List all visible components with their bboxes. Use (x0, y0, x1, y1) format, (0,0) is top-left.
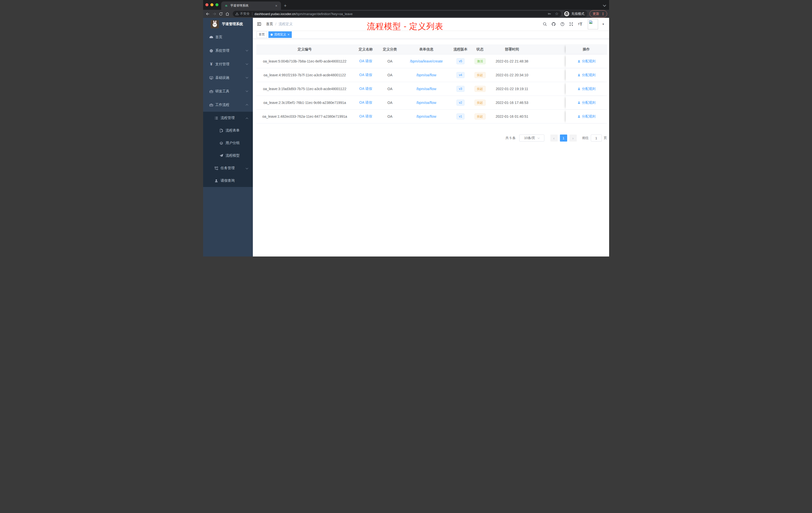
tag-close-icon[interactable]: × (288, 33, 290, 36)
sidebar-item-system[interactable]: 系统管理 (203, 44, 253, 58)
favicon-plant-icon (225, 3, 228, 8)
sidebar-item-home[interactable]: 首页 (203, 30, 253, 44)
col-header-status: 状态 (470, 44, 490, 54)
cell-form-info: /bpm/oa/leave/create (402, 55, 451, 68)
form-info-link[interactable]: /bpm/oa/leave/create (410, 59, 443, 63)
cell-category: OA (378, 82, 402, 96)
security-label[interactable]: 不安全 (240, 11, 250, 16)
cell-category: OA (378, 110, 402, 123)
annotation-title: 流程模型 - 定义列表 (367, 21, 443, 32)
font-size-icon[interactable]: TT (578, 22, 582, 27)
sidebar-item-label: 基础设施 (215, 76, 230, 80)
paper-plane-icon (219, 153, 224, 158)
sidebar-menu: 首页 系统管理 ¥ 支付管理 基础设施 (203, 30, 253, 187)
sidebar-logo[interactable]: 芋道管理系统 (203, 18, 253, 30)
sidebar-item-infra[interactable]: 基础设施 (203, 71, 253, 85)
cell-form-info: /bpm/oa/flow (402, 96, 451, 110)
tag-label: 流程定义 (274, 32, 286, 37)
cell-definition-name: OA 请假 (353, 55, 378, 68)
prev-page-button[interactable]: ‹ (550, 134, 558, 142)
goto-label: 前往 (582, 136, 589, 140)
sidebar-item-task-mgmt[interactable]: 任务管理 (203, 162, 253, 175)
cell-form-info: /bpm/oa/flow (402, 110, 451, 123)
address-bar[interactable]: 不安全 dashboard.yudao.iocoder.cn/bpm/manag… (233, 11, 561, 17)
cell-form-info: /bpm/oa/flow (402, 82, 451, 96)
incognito-label: 无痕模式 (572, 11, 584, 16)
zoom-window-button[interactable] (215, 3, 219, 6)
chevron-down-icon (245, 49, 248, 52)
cell-version: v4 (451, 68, 470, 82)
back-icon[interactable] (205, 10, 211, 17)
close-window-button[interactable] (205, 3, 208, 6)
page-number-button[interactable]: 1 (560, 134, 567, 142)
definition-name-link[interactable]: OA 请假 (359, 100, 372, 105)
new-tab-button[interactable]: + (284, 3, 287, 8)
update-label[interactable]: 更新 (593, 11, 599, 16)
app-title: 芋道管理系统 (222, 22, 243, 26)
forward-icon[interactable] (211, 10, 218, 17)
cell-status: 挂起 (470, 96, 490, 110)
minimize-window-button[interactable] (210, 3, 213, 6)
help-icon[interactable] (560, 22, 565, 27)
sidebar-item-leave-query[interactable]: 请假查询 (203, 175, 253, 187)
assign-rule-button[interactable]: 分配规则 (577, 114, 596, 119)
table-header-row: 定义编号 定义名称 定义分类 表单信息 流程版本 状态 部署时间 操作 (256, 44, 607, 55)
cell-category: OA (378, 96, 402, 110)
definition-name-link[interactable]: OA 请假 (359, 73, 372, 77)
col-header-id: 定义编号 (256, 44, 353, 54)
sidebar-fold-icon[interactable] (257, 22, 262, 27)
home-icon[interactable] (224, 10, 231, 17)
sidebar-item-workflow[interactable]: 工作流程 (203, 98, 253, 112)
security-warning-icon[interactable] (235, 12, 240, 16)
chevron-down-icon (245, 62, 248, 65)
sidebar-item-process-model[interactable]: 流程模型 (203, 149, 253, 162)
browser-menu-kebab-icon[interactable]: ⋮ (601, 12, 605, 16)
sidebar-item-label: 任务管理 (221, 166, 235, 171)
cell-category: OA (378, 55, 402, 68)
assign-rule-button[interactable]: 分配规则 (577, 59, 596, 63)
breadcrumb-home[interactable]: 首页 (266, 22, 273, 26)
password-key-icon[interactable] (547, 12, 551, 16)
col-header-version: 流程版本 (451, 44, 470, 54)
sidebar-item-process-form[interactable]: 流程表单 (203, 124, 253, 137)
definition-name-link[interactable]: OA 请假 (359, 114, 372, 119)
sidebar-item-user-group[interactable]: 用户分组 (203, 137, 253, 149)
page-size-select[interactable]: 10条/页 (519, 134, 544, 142)
browser-update-button[interactable]: 更新 ⋮ (589, 10, 607, 17)
sidebar-item-payment[interactable]: ¥ 支付管理 (203, 58, 253, 71)
form-info-link[interactable]: /bpm/oa/flow (416, 101, 436, 105)
form-info-link[interactable]: /bpm/oa/flow (416, 73, 436, 77)
browser-tab[interactable]: 芋道管理系统 × (221, 1, 281, 10)
sidebar-item-process-mgmt[interactable]: 流程管理 (203, 112, 253, 124)
search-icon[interactable] (542, 22, 547, 27)
tab-close-icon[interactable]: × (274, 3, 278, 8)
goto-page-input[interactable] (591, 134, 602, 142)
tag-home[interactable]: 首页 (257, 31, 267, 38)
assign-rule-label: 分配规则 (582, 87, 596, 91)
next-page-button[interactable]: › (570, 134, 577, 142)
tag-process-definition[interactable]: 流程定义 × (268, 31, 292, 38)
avatar-caret-down-icon[interactable]: ▾ (602, 22, 604, 26)
definition-name-link[interactable]: OA 请假 (359, 59, 372, 63)
form-info-link[interactable]: /bpm/oa/flow (416, 115, 436, 118)
version-tag: v4 (457, 72, 465, 78)
github-icon[interactable] (551, 22, 556, 27)
logo-avatar (211, 20, 219, 28)
assign-rule-button[interactable]: 分配规则 (577, 100, 596, 105)
status-tag: 激活 (474, 58, 486, 64)
form-info-link[interactable]: /bpm/oa/flow (416, 87, 436, 91)
assign-rule-button[interactable]: 分配规则 (577, 73, 596, 77)
status-tag: 挂起 (474, 100, 486, 105)
table-row: oa_leave:4:991f2193-7b7f-11ec-a3c8-acde4… (256, 68, 607, 82)
cell-status: 挂起 (470, 110, 490, 123)
cell-category: OA (378, 68, 402, 82)
user-avatar[interactable] (588, 19, 598, 29)
fullscreen-icon[interactable] (569, 22, 574, 27)
definition-name-link[interactable]: OA 请假 (359, 87, 372, 91)
sidebar-item-devtools[interactable]: 研发工具 (203, 85, 253, 98)
assign-rule-button[interactable]: 分配规则 (577, 87, 596, 91)
sidebar-item-label: 系统管理 (215, 49, 230, 53)
reload-icon[interactable] (218, 10, 224, 17)
bookmark-star-icon[interactable]: ☆ (555, 12, 558, 16)
tab-search-chevron-icon[interactable] (603, 3, 606, 7)
